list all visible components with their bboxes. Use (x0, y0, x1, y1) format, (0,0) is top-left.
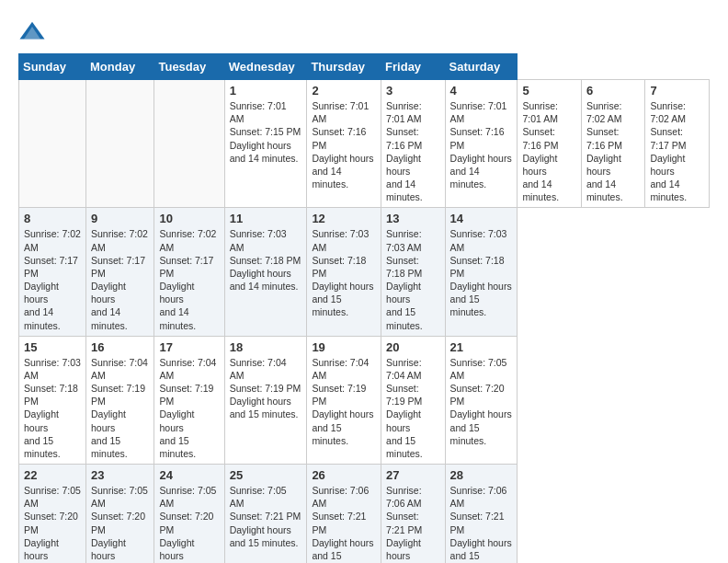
day-header-monday: Monday (86, 54, 154, 80)
day-number: 4 (450, 84, 513, 98)
day-info: Sunrise: 7:03 AM Sunset: 7:18 PM Dayligh… (450, 227, 513, 318)
day-number: 2 (312, 84, 376, 98)
calendar-cell: 4 Sunrise: 7:01 AM Sunset: 7:16 PM Dayli… (445, 80, 518, 208)
day-number: 14 (450, 212, 513, 225)
day-number: 12 (312, 212, 376, 225)
calendar-cell: 21 Sunrise: 7:05 AM Sunset: 7:20 PM Dayl… (445, 336, 518, 464)
day-info: Sunrise: 7:02 AM Sunset: 7:16 PM Dayligh… (586, 99, 641, 203)
day-header-thursday: Thursday (307, 54, 381, 80)
day-number: 5 (522, 84, 576, 98)
header (18, 18, 710, 46)
day-info: Sunrise: 7:01 AM Sunset: 7:16 PM Dayligh… (386, 99, 440, 203)
day-number: 22 (24, 468, 81, 482)
day-number: 15 (24, 340, 81, 354)
day-info: Sunrise: 7:04 AM Sunset: 7:19 PM Dayligh… (230, 356, 302, 421)
day-number: 23 (91, 468, 149, 482)
day-info: Sunrise: 7:02 AM Sunset: 7:17 PM Dayligh… (24, 227, 81, 331)
calendar-cell: 26 Sunrise: 7:06 AM Sunset: 7:21 PM Dayl… (307, 465, 381, 563)
day-info: Sunrise: 7:01 AM Sunset: 7:16 PM Dayligh… (312, 99, 376, 190)
calendar-cell (86, 80, 154, 208)
logo (18, 18, 50, 46)
day-number: 10 (159, 212, 219, 225)
day-number: 17 (159, 340, 219, 354)
day-number: 16 (91, 340, 149, 354)
calendar-cell: 6 Sunrise: 7:02 AM Sunset: 7:16 PM Dayli… (581, 80, 645, 208)
day-header-wednesday: Wednesday (224, 54, 307, 80)
day-header-friday: Friday (381, 54, 446, 80)
calendar-cell: 9 Sunrise: 7:02 AM Sunset: 7:17 PM Dayli… (86, 208, 154, 336)
calendar-cell: 5 Sunrise: 7:01 AM Sunset: 7:16 PM Dayli… (518, 80, 582, 208)
day-info: Sunrise: 7:02 AM Sunset: 7:17 PM Dayligh… (91, 227, 149, 331)
calendar-cell: 28 Sunrise: 7:06 AM Sunset: 7:21 PM Dayl… (445, 465, 518, 563)
day-info: Sunrise: 7:01 AM Sunset: 7:16 PM Dayligh… (522, 99, 576, 203)
day-info: Sunrise: 7:06 AM Sunset: 7:21 PM Dayligh… (312, 484, 376, 563)
calendar-cell: 10 Sunrise: 7:02 AM Sunset: 7:17 PM Dayl… (154, 208, 224, 336)
calendar-week-row: 1 Sunrise: 7:01 AM Sunset: 7:15 PM Dayli… (19, 80, 710, 208)
day-info: Sunrise: 7:02 AM Sunset: 7:17 PM Dayligh… (650, 99, 704, 203)
day-info: Sunrise: 7:01 AM Sunset: 7:16 PM Dayligh… (450, 99, 513, 190)
calendar-cell: 18 Sunrise: 7:04 AM Sunset: 7:19 PM Dayl… (224, 336, 307, 464)
day-number: 6 (586, 84, 641, 98)
day-info: Sunrise: 7:05 AM Sunset: 7:21 PM Dayligh… (230, 484, 302, 549)
calendar-cell: 8 Sunrise: 7:02 AM Sunset: 7:17 PM Dayli… (19, 208, 86, 336)
day-number: 27 (386, 468, 440, 482)
logo-icon (18, 18, 46, 46)
day-number: 13 (386, 212, 440, 225)
day-number: 24 (159, 468, 219, 482)
day-info: Sunrise: 7:05 AM Sunset: 7:20 PM Dayligh… (159, 484, 219, 563)
day-info: Sunrise: 7:06 AM Sunset: 7:21 PM Dayligh… (386, 484, 440, 563)
day-number: 20 (386, 340, 440, 354)
calendar-header-row: SundayMondayTuesdayWednesdayThursdayFrid… (19, 54, 710, 80)
day-info: Sunrise: 7:04 AM Sunset: 7:19 PM Dayligh… (386, 356, 440, 460)
day-number: 1 (230, 84, 302, 98)
day-info: Sunrise: 7:05 AM Sunset: 7:20 PM Dayligh… (450, 356, 513, 447)
calendar-cell: 20 Sunrise: 7:04 AM Sunset: 7:19 PM Dayl… (381, 336, 446, 464)
calendar-cell: 19 Sunrise: 7:04 AM Sunset: 7:19 PM Dayl… (307, 336, 381, 464)
day-number: 3 (386, 84, 440, 98)
calendar-cell: 22 Sunrise: 7:05 AM Sunset: 7:20 PM Dayl… (19, 465, 86, 563)
day-number: 19 (312, 340, 376, 354)
day-header-tuesday: Tuesday (154, 54, 224, 80)
calendar-cell: 1 Sunrise: 7:01 AM Sunset: 7:15 PM Dayli… (224, 80, 307, 208)
calendar-cell: 2 Sunrise: 7:01 AM Sunset: 7:16 PM Dayli… (307, 80, 381, 208)
calendar-cell: 24 Sunrise: 7:05 AM Sunset: 7:20 PM Dayl… (154, 465, 224, 563)
calendar-cell: 17 Sunrise: 7:04 AM Sunset: 7:19 PM Dayl… (154, 336, 224, 464)
day-header-sunday: Sunday (19, 54, 86, 80)
calendar-cell: 27 Sunrise: 7:06 AM Sunset: 7:21 PM Dayl… (381, 465, 446, 563)
day-number: 28 (450, 468, 513, 482)
day-number: 18 (230, 340, 302, 354)
calendar-cell: 12 Sunrise: 7:03 AM Sunset: 7:18 PM Dayl… (307, 208, 381, 336)
day-number: 7 (650, 84, 704, 98)
calendar-cell: 23 Sunrise: 7:05 AM Sunset: 7:20 PM Dayl… (86, 465, 154, 563)
day-info: Sunrise: 7:03 AM Sunset: 7:18 PM Dayligh… (24, 356, 81, 460)
calendar-cell: 14 Sunrise: 7:03 AM Sunset: 7:18 PM Dayl… (445, 208, 518, 336)
day-number: 25 (230, 468, 302, 482)
day-number: 26 (312, 468, 376, 482)
day-info: Sunrise: 7:02 AM Sunset: 7:17 PM Dayligh… (159, 227, 219, 331)
calendar-week-row: 15 Sunrise: 7:03 AM Sunset: 7:18 PM Dayl… (19, 336, 710, 464)
day-info: Sunrise: 7:04 AM Sunset: 7:19 PM Dayligh… (91, 356, 149, 460)
day-number: 21 (450, 340, 513, 354)
day-header-saturday: Saturday (445, 54, 518, 80)
day-info: Sunrise: 7:03 AM Sunset: 7:18 PM Dayligh… (386, 227, 440, 331)
day-info: Sunrise: 7:06 AM Sunset: 7:21 PM Dayligh… (450, 484, 513, 563)
calendar-cell: 11 Sunrise: 7:03 AM Sunset: 7:18 PM Dayl… (224, 208, 307, 336)
calendar-cell (19, 80, 86, 208)
calendar-cell: 13 Sunrise: 7:03 AM Sunset: 7:18 PM Dayl… (381, 208, 446, 336)
calendar-cell: 7 Sunrise: 7:02 AM Sunset: 7:17 PM Dayli… (645, 80, 710, 208)
day-number: 11 (230, 212, 302, 225)
calendar-cell: 15 Sunrise: 7:03 AM Sunset: 7:18 PM Dayl… (19, 336, 86, 464)
day-number: 8 (24, 212, 81, 225)
calendar-cell: 3 Sunrise: 7:01 AM Sunset: 7:16 PM Dayli… (381, 80, 446, 208)
calendar-cell (154, 80, 224, 208)
day-number: 9 (91, 212, 149, 225)
calendar-cell: 25 Sunrise: 7:05 AM Sunset: 7:21 PM Dayl… (224, 465, 307, 563)
day-info: Sunrise: 7:05 AM Sunset: 7:20 PM Dayligh… (91, 484, 149, 563)
day-info: Sunrise: 7:01 AM Sunset: 7:15 PM Dayligh… (230, 99, 302, 165)
day-info: Sunrise: 7:03 AM Sunset: 7:18 PM Dayligh… (312, 227, 376, 318)
calendar-table: SundayMondayTuesdayWednesdayThursdayFrid… (18, 53, 710, 563)
day-info: Sunrise: 7:04 AM Sunset: 7:19 PM Dayligh… (159, 356, 219, 460)
day-info: Sunrise: 7:05 AM Sunset: 7:20 PM Dayligh… (24, 484, 81, 563)
calendar-cell: 16 Sunrise: 7:04 AM Sunset: 7:19 PM Dayl… (86, 336, 154, 464)
calendar-week-row: 8 Sunrise: 7:02 AM Sunset: 7:17 PM Dayli… (19, 208, 710, 336)
